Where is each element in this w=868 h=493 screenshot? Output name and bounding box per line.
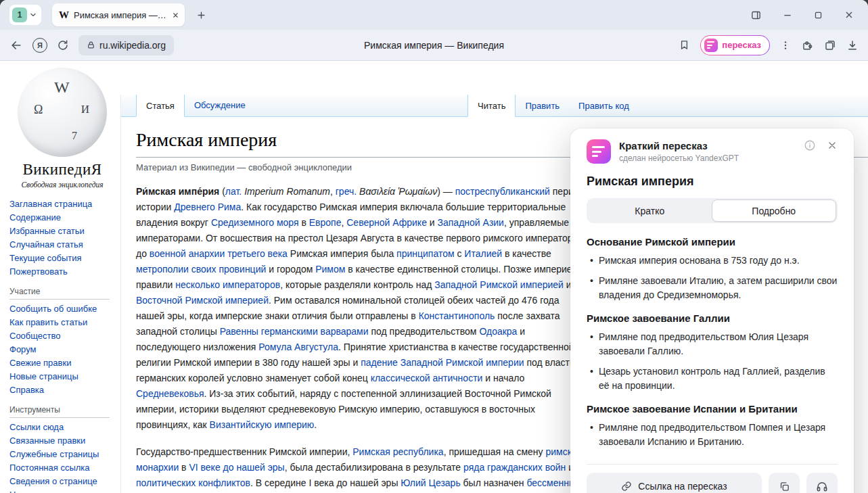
sidebar-item-page-info[interactable]: Сведения о странице <box>9 476 115 486</box>
summary-link-button[interactable]: Ссылка на пересказ <box>587 473 762 493</box>
wiki-link[interactable]: Константинополь <box>419 310 495 321</box>
summary-bullet: Римляне под предводительством Помпея и Ц… <box>587 421 838 449</box>
sidebar-item-main-page[interactable]: Заглавная страница <box>9 199 115 209</box>
summary-section-heading: Римское завоевание Испании и Британии <box>587 403 838 415</box>
summary-section-heading: Основание Римской империи <box>587 236 838 248</box>
wiki-link[interactable]: Средиземного моря <box>211 217 299 228</box>
toggle-brief[interactable]: Кратко <box>588 199 712 222</box>
sidebar-item-report-error[interactable]: Сообщить об ошибке <box>9 304 115 314</box>
tab-article[interactable]: Статья <box>136 95 185 117</box>
wiki-link[interactable]: Европе <box>309 217 342 228</box>
wikipedia-logo[interactable]: W Ω И 7 <box>18 68 107 157</box>
tab-edit[interactable]: Править <box>516 95 569 117</box>
wiki-link[interactable]: политических конфликтов <box>136 477 250 488</box>
sidebar-item-permanent-link[interactable]: Постоянная ссылка <box>9 463 115 473</box>
logo-glyph: 7 <box>72 130 77 142</box>
collections-icon[interactable] <box>824 39 836 51</box>
back-icon[interactable] <box>9 39 23 52</box>
wiki-link[interactable]: ряда гражданских войн <box>463 462 566 473</box>
sidebar-item-donate[interactable]: Пожертвовать <box>9 266 115 277</box>
wiki-link[interactable]: Римом <box>315 264 345 275</box>
side-panel-icon[interactable] <box>750 9 762 21</box>
wikipedia-wordmark[interactable]: ВикипедиЯ <box>9 161 115 179</box>
minimize-icon[interactable] <box>782 9 793 20</box>
wiki-link[interactable]: германскими варварами <box>261 326 369 337</box>
wiki-link[interactable]: военной анархии третьего века <box>150 248 288 259</box>
yandex-icon[interactable]: Я <box>32 38 47 53</box>
tab-discussion[interactable]: Обсуждение <box>185 94 255 116</box>
address-bar[interactable]: ru.wikipedia.org <box>78 35 174 55</box>
panel-title: Краткий пересказ <box>619 140 739 151</box>
tab-read[interactable]: Читать <box>467 95 516 117</box>
wiki-link[interactable]: метрополии своих провинций <box>136 264 266 275</box>
reload-icon[interactable] <box>57 39 69 51</box>
summary-link-label: Ссылка на пересказ <box>638 481 727 492</box>
wiki-link[interactable]: Ромула Августула <box>258 342 338 352</box>
download-icon[interactable] <box>846 39 859 51</box>
panel-footer: Ссылка на пересказ <box>587 473 838 493</box>
text-run: , <box>330 186 336 197</box>
sidebar-item-random[interactable]: Случайная статья <box>9 239 115 250</box>
wiki-link[interactable]: VI веке до нашей эры <box>189 462 284 473</box>
text-run: Римская империя была <box>288 248 396 259</box>
panel-article-title: Римская империя <box>587 174 838 189</box>
listen-button[interactable] <box>806 473 838 493</box>
wiki-link[interactable]: Древнего Рима <box>174 202 241 212</box>
text-run: , которые разделяли контроль над <box>280 279 434 290</box>
yandexgpt-icon <box>587 139 611 164</box>
wiki-link[interactable]: Одоакра <box>479 326 517 337</box>
logo-glyph: И <box>81 103 89 116</box>
wiki-link[interactable]: Равенны <box>220 326 258 337</box>
close-icon[interactable] <box>844 9 854 20</box>
new-tab-button[interactable] <box>191 5 210 24</box>
wiki-link[interactable]: постреспубликанский <box>455 186 550 197</box>
wiki-link[interactable]: падение Западной Римской империи <box>361 357 524 368</box>
tab-counter[interactable]: 1 <box>9 5 41 25</box>
text-run: Ри́мская импе́рия <box>136 186 219 197</box>
panel-subtitle: сделан нейросетью YandexGPT <box>619 154 739 163</box>
wiki-link[interactable]: Юлий Цезарь <box>401 477 460 488</box>
wiki-link[interactable]: Северной Африке <box>346 217 427 228</box>
kebab-menu-icon[interactable] <box>780 40 791 51</box>
wiki-link[interactable]: принципатом <box>396 248 454 259</box>
text-run: в качестве <box>502 248 551 259</box>
wiki-link[interactable]: Западной Азии <box>438 217 504 228</box>
maximize-icon[interactable] <box>813 10 823 20</box>
browser-tab[interactable]: W Римская империя — Википедия <box>52 3 185 26</box>
wiki-link[interactable]: Италией <box>464 248 502 259</box>
sidebar-participation: Сообщить об ошибке Как править статьи Со… <box>9 304 115 395</box>
sidebar-item-new-pages[interactable]: Новые страницы <box>9 371 115 381</box>
sidebar-item-featured[interactable]: Избранные статьи <box>9 226 115 236</box>
sidebar-item-how-to-edit[interactable]: Как править статьи <box>9 317 115 327</box>
sidebar-item-recent-changes[interactable]: Свежие правки <box>9 358 115 368</box>
tab-close-icon[interactable] <box>172 11 179 19</box>
bookmark-icon[interactable] <box>679 39 690 51</box>
sidebar-item-related-changes[interactable]: Связанные правки <box>9 436 115 446</box>
copy-button[interactable] <box>769 473 800 493</box>
pereskaz-button[interactable]: пересказ <box>700 35 770 55</box>
wiki-link[interactable]: Средневековья <box>136 388 204 399</box>
wiki-link[interactable]: лат. <box>225 186 242 197</box>
sidebar-item-what-links-here[interactable]: Ссылки сюда <box>9 422 115 432</box>
wiki-link[interactable]: Западной Римской империей <box>434 279 564 290</box>
wiki-link[interactable]: несколько императоров <box>175 279 280 290</box>
sidebar-item-cite-page[interactable]: Цитировать страницу <box>9 490 115 493</box>
sidebar-item-forum[interactable]: Форум <box>9 344 115 354</box>
sidebar-item-community[interactable]: Сообщество <box>9 331 115 341</box>
wiki-link[interactable]: Восточной Римской империей <box>136 295 269 306</box>
toggle-detailed[interactable]: Подробно <box>712 199 837 222</box>
summary-mode-toggle: Кратко Подробно <box>587 198 838 223</box>
sidebar-item-special-pages[interactable]: Служебные страницы <box>9 449 115 459</box>
panel-close-icon[interactable] <box>827 140 838 151</box>
wiki-link[interactable]: Византийскую империю <box>210 419 315 430</box>
info-icon[interactable] <box>804 139 816 151</box>
wiki-link[interactable]: Римская республика <box>352 446 443 457</box>
wiki-link[interactable]: греч. <box>336 186 357 197</box>
wiki-link[interactable]: классической античности <box>371 373 483 383</box>
sidebar-item-help[interactable]: Справка <box>9 385 115 395</box>
extensions-puzzle-icon[interactable] <box>801 39 814 51</box>
sidebar-item-current-events[interactable]: Текущие события <box>9 253 115 263</box>
sidebar-item-contents[interactable]: Содержание <box>9 212 115 222</box>
text-run: был назначен <box>461 477 527 488</box>
tab-edit-source[interactable]: Править код <box>569 95 639 117</box>
